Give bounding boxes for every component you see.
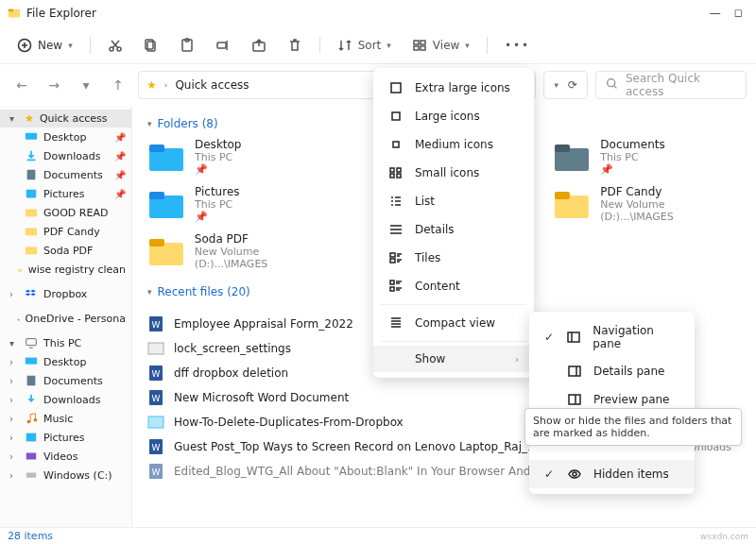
sidebar-pc-windows-c[interactable]: ›Windows (C:) bbox=[0, 466, 131, 484]
view-menu-content[interactable]: Content bbox=[373, 272, 534, 300]
sidebar-pc-videos[interactable]: ›Videos bbox=[0, 447, 131, 466]
svg-rect-14 bbox=[421, 46, 425, 50]
svg-rect-11 bbox=[414, 41, 419, 44]
svg-rect-20 bbox=[26, 229, 37, 236]
svg-rect-53 bbox=[391, 83, 401, 93]
view-icon bbox=[412, 38, 427, 53]
view-button[interactable]: View ▾ bbox=[404, 34, 477, 57]
svg-rect-60 bbox=[390, 253, 395, 257]
sidebar-item-downloads[interactable]: Downloads📌 bbox=[0, 146, 131, 165]
new-button[interactable]: New ▾ bbox=[9, 34, 80, 57]
sidebar-pc-music[interactable]: ›Music bbox=[0, 409, 131, 428]
maximize-button[interactable]: ◻ bbox=[734, 7, 743, 20]
view-menu-small[interactable]: Small icons bbox=[373, 159, 534, 187]
cut-button[interactable] bbox=[100, 34, 130, 57]
minimize-button[interactable]: — bbox=[710, 7, 721, 20]
sidebar-pc-documents[interactable]: ›Documents bbox=[0, 371, 131, 390]
svg-point-27 bbox=[34, 418, 38, 422]
sidebar-item-desktop[interactable]: Desktop📌 bbox=[0, 128, 131, 146]
chevron-right-icon: › bbox=[515, 354, 519, 365]
check-icon: ✓ bbox=[544, 468, 556, 481]
chevron-right-icon: › bbox=[164, 80, 168, 90]
share-button[interactable] bbox=[244, 34, 274, 57]
content-icon bbox=[388, 279, 404, 294]
sidebar-item-pictures[interactable]: Pictures📌 bbox=[0, 184, 131, 203]
show-menu-details-pane[interactable]: Details pane bbox=[529, 357, 695, 385]
sidebar-onedrive[interactable]: OneDrive - Persona bbox=[0, 309, 131, 328]
back-button[interactable]: ← bbox=[9, 77, 34, 93]
sidebar-item-documents[interactable]: Documents📌 bbox=[0, 165, 131, 184]
view-menu-list[interactable]: List bbox=[373, 187, 534, 215]
sidebar-item-wise[interactable]: wise registry clean bbox=[0, 260, 131, 279]
view-menu-extra-large[interactable]: Extra large icons bbox=[373, 74, 534, 102]
delete-button[interactable] bbox=[280, 34, 310, 57]
svg-rect-63 bbox=[390, 287, 394, 291]
folder-documents[interactable]: DocumentsThis PC📌 bbox=[553, 138, 741, 176]
svg-text:W: W bbox=[152, 394, 161, 403]
view-menu-tiles[interactable]: Tiles bbox=[373, 244, 534, 272]
sidebar-item-goodread[interactable]: GOOD READ bbox=[0, 203, 131, 222]
svg-rect-57 bbox=[397, 168, 401, 172]
svg-rect-66 bbox=[569, 395, 580, 404]
sidebar-item-sodapdf[interactable]: Soda PDF bbox=[0, 241, 131, 260]
view-menu-show[interactable]: Show› bbox=[373, 346, 534, 372]
svg-rect-38 bbox=[555, 192, 570, 199]
show-menu-nav-pane[interactable]: ✓Navigation pane bbox=[529, 317, 695, 357]
svg-rect-58 bbox=[390, 174, 394, 178]
copy-button[interactable] bbox=[136, 34, 166, 57]
view-menu-details[interactable]: Details bbox=[373, 215, 534, 244]
small-icon bbox=[388, 165, 404, 180]
sort-button[interactable]: Sort ▾ bbox=[330, 34, 399, 57]
svg-rect-55 bbox=[393, 142, 399, 147]
copy-icon bbox=[144, 38, 159, 53]
status-bar: 28 items wsxdn.com bbox=[0, 527, 756, 544]
folder-sodapdf[interactable]: Soda PDFNew Volume (D:)...\IMAGES bbox=[147, 232, 335, 270]
list-icon bbox=[388, 194, 404, 209]
show-menu-hidden-items[interactable]: ✓Hidden items bbox=[529, 460, 695, 488]
history-dropdown[interactable]: ▾ bbox=[74, 77, 98, 93]
folder-pictures[interactable]: PicturesThis PC📌 bbox=[147, 185, 335, 223]
forward-button[interactable]: → bbox=[42, 77, 66, 93]
sidebar-thispc[interactable]: ▾This PC bbox=[0, 333, 131, 352]
breadcrumb-item[interactable]: Quick access bbox=[175, 78, 249, 92]
sidebar-quick-access[interactable]: ▾★ Quick access bbox=[0, 110, 131, 128]
sidebar-item-pdfcandy[interactable]: PDF Candy bbox=[0, 222, 131, 241]
svg-rect-36 bbox=[149, 192, 164, 199]
svg-rect-34 bbox=[555, 144, 570, 152]
svg-rect-32 bbox=[149, 144, 164, 152]
view-menu-compact[interactable]: Compact view bbox=[373, 309, 534, 337]
watermark: wsxdn.com bbox=[700, 532, 748, 541]
paste-button[interactable] bbox=[172, 34, 202, 57]
svg-rect-12 bbox=[421, 41, 425, 44]
search-input[interactable]: Search Quick access bbox=[595, 71, 747, 99]
sidebar-pc-downloads[interactable]: ›Downloads bbox=[0, 390, 131, 409]
up-button[interactable]: ↑ bbox=[106, 77, 130, 93]
svg-text:W: W bbox=[152, 320, 161, 330]
svg-text:W: W bbox=[152, 443, 161, 452]
pin-icon: 📌 bbox=[114, 132, 126, 143]
sidebar-pc-pictures[interactable]: ›Pictures bbox=[0, 428, 131, 447]
svg-text:W: W bbox=[152, 369, 161, 379]
rename-button[interactable] bbox=[208, 34, 238, 57]
svg-rect-40 bbox=[149, 239, 164, 246]
svg-text:W: W bbox=[152, 468, 161, 477]
svg-rect-23 bbox=[26, 339, 37, 346]
view-menu-medium[interactable]: Medium icons bbox=[373, 130, 534, 159]
svg-rect-24 bbox=[26, 358, 37, 365]
more-icon: ••• bbox=[505, 39, 530, 52]
folder-desktop[interactable]: DesktopThis PC📌 bbox=[147, 138, 335, 176]
svg-rect-64 bbox=[568, 332, 579, 342]
sidebar-dropbox[interactable]: ›Dropbox bbox=[0, 284, 131, 303]
svg-point-67 bbox=[573, 472, 576, 476]
trash-icon bbox=[287, 38, 302, 53]
sidebar: ▾★ Quick access Desktop📌 Downloads📌 Docu… bbox=[0, 106, 132, 527]
view-menu-large[interactable]: Large icons bbox=[373, 102, 534, 130]
folder-pdfcandy[interactable]: PDF CandyNew Volume (D:)...\IMAGES bbox=[553, 185, 741, 223]
chevron-down-icon: ▾ bbox=[68, 41, 73, 50]
chevron-down-icon[interactable]: ▾ bbox=[554, 80, 558, 90]
more-button[interactable]: ••• bbox=[497, 35, 538, 56]
svg-rect-30 bbox=[26, 472, 37, 477]
show-submenu: ✓Navigation pane Details pane Preview pa… bbox=[529, 312, 695, 494]
sidebar-pc-desktop[interactable]: ›Desktop bbox=[0, 352, 131, 371]
refresh-button[interactable]: ⟳ bbox=[568, 78, 577, 92]
